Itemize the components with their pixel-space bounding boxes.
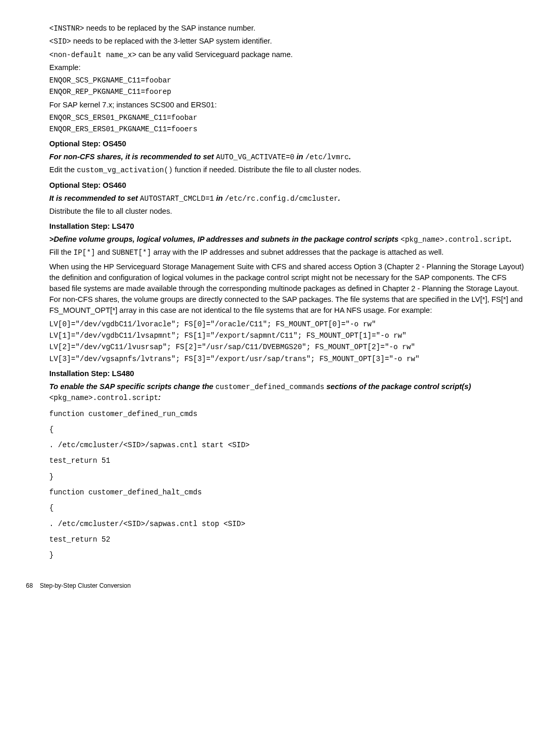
code-line: ENQOR_REP_PKGNAME_C11=foorep [49, 87, 529, 97]
para-ls470-fill: Fill the IP[*] and SUBNET[*] array with … [49, 247, 529, 258]
example-block-1: ENQOR_SCS_PKGNAME_C11=foobar ENQOR_REP_P… [49, 75, 529, 98]
code-line: LV[2]="/dev/vgC11/lvusrsap"; FS[2]="/usr… [49, 342, 529, 352]
text-bold: . [510, 235, 512, 243]
code-line: test_return 51 [49, 455, 529, 466]
text-bold: To enable the SAP specific scripts chang… [49, 382, 215, 391]
para-nondefault: <non-default name_x> can be any valid Se… [49, 49, 529, 60]
code: <pkg_name>.control.script [401, 236, 510, 244]
code: /etc/lvmrc [305, 153, 349, 161]
text-bold: It is recommended to set [49, 194, 140, 202]
para-os460-distribute: Distribute the file to all cluster nodes… [49, 206, 529, 217]
lv-block: LV[0]="/dev/vgdbC11/lvoracle"; FS[0]="/o… [49, 319, 529, 364]
example-block-2: ENQOR_SCS_ERS01_PKGNAME_C11=foobar ENQOR… [49, 113, 529, 135]
code-line: } [49, 550, 529, 560]
code-sid: <SID> [49, 37, 71, 46]
text-bold: : [158, 393, 161, 402]
para-kernel: For SAP kernel 7.x; instances SCS00 and … [49, 100, 529, 110]
code-line: { [49, 503, 529, 513]
para-ls470-longdesc: When using the HP Serviceguard Storage M… [49, 261, 529, 316]
text: can be any valid Serviceguard package na… [136, 50, 292, 59]
code-line: ENQOR_SCS_ERS01_PKGNAME_C11=foobar [49, 113, 529, 123]
heading-ls470: Installation Step: LS470 [49, 221, 529, 232]
text-bold: . [349, 153, 351, 161]
code-line: } [49, 472, 529, 482]
code-line: function customer_defined_halt_cmds [49, 487, 529, 498]
text: function if needed. Distribute the file … [173, 165, 361, 174]
code-line: LV[0]="/dev/vgdbC11/lvoracle"; FS[0]="/o… [49, 319, 529, 329]
code-line: ENQOR_ERS_ERS01_PKGNAME_C11=fooers [49, 124, 529, 134]
code: /etc/rc.config.d/cmcluster [225, 195, 338, 203]
heading-os460: Optional Step: OS460 [49, 180, 529, 191]
code: customer_defined_commands [215, 383, 324, 391]
text: needs to be replaced with the 3-letter S… [71, 37, 272, 45]
text-bold: >Define volume groups, logical volumes, … [49, 235, 401, 243]
text-bold: For non-CFS shares, it is recommended to… [49, 153, 216, 161]
para-ls480-desc: To enable the SAP specific scripts chang… [49, 381, 529, 404]
code-line: function customer_defined_run_cmds [49, 409, 529, 419]
para-ls470-define: >Define volume groups, logical volumes, … [49, 234, 529, 245]
code: <pkg_name>.control.script [49, 394, 158, 402]
code: custom_vg_activation() [77, 166, 173, 174]
code-line: . /etc/cmcluster/<SID>/sapwas.cntl stop … [49, 519, 529, 529]
para-os450-edit: Edit the custom_vg_activation() function… [49, 164, 529, 175]
script-block: function customer_defined_run_cmds { . /… [49, 409, 529, 561]
text: needs to be replaced by the SAP instance… [84, 24, 255, 32]
code-nondefault: <non-default name_x> [49, 51, 136, 59]
text-bold: in [295, 153, 305, 161]
code-line: LV[1]="/dev/vgdbC11/lvsapmnt"; FS[1]="/e… [49, 330, 529, 341]
text: Fill the [49, 248, 74, 256]
text: array with the IP addresses and subnet a… [151, 248, 444, 256]
text: Edit the [49, 165, 77, 174]
text-bold: in [214, 194, 225, 202]
text-bold: sections of the package control script(s… [324, 382, 471, 391]
code-line: { [49, 424, 529, 435]
para-instnr: <INSTNR> needs to be replaced by the SAP… [49, 23, 529, 34]
para-os460-desc: It is recommended to set AUTOSTART_CMCLD… [49, 193, 529, 204]
code: SUBNET[*] [112, 248, 151, 257]
code-instnr: <INSTNR> [49, 24, 84, 33]
para-example: Example: [49, 62, 529, 73]
code-line: test_return 52 [49, 534, 529, 545]
code: AUTO_VG_ACTIVATE=0 [216, 153, 294, 161]
text-bold: . [338, 194, 340, 202]
code: IP[*] [74, 248, 95, 257]
para-os450-desc: For non-CFS shares, it is recommended to… [49, 151, 529, 162]
code-line: LV[3]="/dev/vgsapnfs/lvtrans"; FS[3]="/e… [49, 354, 529, 364]
code-line: . /etc/cmcluster/<SID>/sapwas.cntl start… [49, 440, 529, 450]
heading-os450: Optional Step: OS450 [49, 139, 529, 149]
code: AUTOSTART_CMCLD=1 [140, 195, 214, 203]
para-sid: <SID> needs to be replaced with the 3-le… [49, 36, 529, 47]
code-line: ENQOR_SCS_PKGNAME_C11=foobar [49, 75, 529, 86]
heading-ls480: Installation Step: LS480 [49, 368, 529, 379]
text: and [95, 248, 112, 256]
